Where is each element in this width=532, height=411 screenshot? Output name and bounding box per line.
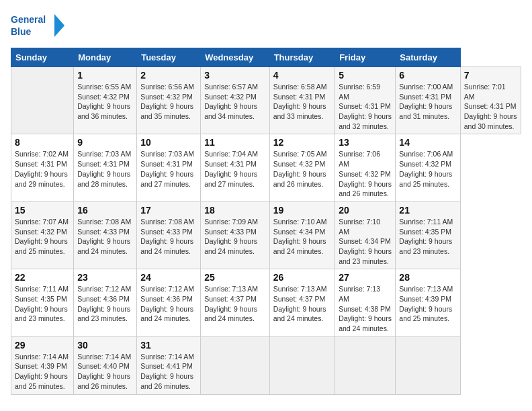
day-cell: 30Sunrise: 7:14 AMSunset: 4:40 PMDayligh… [74,336,137,394]
day-cell: 23Sunrise: 7:12 AMSunset: 4:36 PMDayligh… [74,269,137,336]
day-cell: 31Sunrise: 7:14 AMSunset: 4:41 PMDayligh… [137,336,201,394]
day-number: 14 [399,137,456,148]
day-info: Sunrise: 7:14 AMSunset: 4:40 PMDaylight:… [77,352,133,392]
day-info: Sunrise: 7:05 AMSunset: 4:32 PMDaylight:… [273,149,331,189]
week-row-2: 8Sunrise: 7:02 AMSunset: 4:31 PMDaylight… [11,134,521,201]
day-info: Sunrise: 7:10 AMSunset: 4:34 PMDaylight:… [339,217,392,266]
day-number: 22 [15,272,70,283]
day-number: 24 [140,272,197,283]
day-info: Sunrise: 7:08 AMSunset: 4:33 PMDaylight:… [140,217,197,257]
day-number: 25 [204,272,266,283]
day-cell [396,336,460,394]
day-info: Sunrise: 7:13 AMSunset: 4:38 PMDaylight:… [339,284,392,333]
day-info: Sunrise: 6:55 AMSunset: 4:32 PMDaylight:… [77,82,133,122]
day-info: Sunrise: 7:08 AMSunset: 4:33 PMDaylight:… [77,217,133,257]
day-info: Sunrise: 7:14 AMSunset: 4:41 PMDaylight:… [140,352,197,392]
day-info: Sunrise: 7:10 AMSunset: 4:34 PMDaylight:… [273,217,331,257]
day-info: Sunrise: 7:00 AMSunset: 4:31 PMDaylight:… [399,82,456,122]
calendar-body: 1Sunrise: 6:55 AMSunset: 4:32 PMDaylight… [11,67,521,395]
calendar-table: SundayMondayTuesdayWednesdayThursdayFrid… [11,48,521,395]
day-cell: 11Sunrise: 7:04 AMSunset: 4:31 PMDayligh… [201,134,270,201]
day-number: 11 [204,137,266,148]
logo: General Blue [11,11,64,41]
day-cell: 2Sunrise: 6:56 AMSunset: 4:32 PMDaylight… [137,67,201,134]
day-info: Sunrise: 7:12 AMSunset: 4:36 PMDaylight:… [77,284,133,324]
column-header-monday: Monday [74,48,137,67]
day-cell: 13Sunrise: 7:06 AMSunset: 4:32 PMDayligh… [335,134,396,201]
page-header: General Blue [11,11,521,41]
day-number: 26 [273,272,331,283]
day-number: 18 [204,205,266,216]
day-cell: 14Sunrise: 7:06 AMSunset: 4:32 PMDayligh… [396,134,460,201]
day-cell: 17Sunrise: 7:08 AMSunset: 4:33 PMDayligh… [137,201,201,269]
column-header-friday: Friday [335,48,396,67]
day-number: 12 [273,137,331,148]
week-row-5: 29Sunrise: 7:14 AMSunset: 4:39 PMDayligh… [11,336,521,394]
day-number: 2 [140,70,197,81]
day-cell: 22Sunrise: 7:11 AMSunset: 4:35 PMDayligh… [11,269,74,336]
day-number: 1 [77,70,133,81]
day-cell: 3Sunrise: 6:57 AMSunset: 4:32 PMDaylight… [201,67,270,134]
day-number: 16 [77,205,133,216]
day-number: 30 [77,340,133,351]
svg-text:General: General [11,14,46,25]
day-info: Sunrise: 7:02 AMSunset: 4:31 PMDaylight:… [15,149,70,189]
day-info: Sunrise: 7:03 AMSunset: 4:31 PMDaylight:… [140,149,197,189]
day-number: 29 [15,340,70,351]
column-header-sunday: Sunday [11,48,74,67]
day-cell: 16Sunrise: 7:08 AMSunset: 4:33 PMDayligh… [74,201,137,269]
day-number: 8 [15,137,70,148]
day-cell: 12Sunrise: 7:05 AMSunset: 4:32 PMDayligh… [269,134,335,201]
day-cell: 4Sunrise: 6:58 AMSunset: 4:31 PMDaylight… [269,67,335,134]
day-info: Sunrise: 7:04 AMSunset: 4:31 PMDaylight:… [204,149,266,189]
day-info: Sunrise: 6:58 AMSunset: 4:31 PMDaylight:… [273,82,331,122]
day-number: 28 [399,272,456,283]
day-number: 6 [399,70,456,81]
day-number: 7 [464,70,517,81]
day-info: Sunrise: 7:11 AMSunset: 4:35 PMDaylight:… [399,217,456,257]
svg-marker-2 [54,14,64,37]
day-cell: 19Sunrise: 7:10 AMSunset: 4:34 PMDayligh… [269,201,335,269]
day-info: Sunrise: 6:59 AMSunset: 4:31 PMDaylight:… [339,82,392,131]
day-cell: 9Sunrise: 7:03 AMSunset: 4:31 PMDaylight… [74,134,137,201]
day-info: Sunrise: 7:06 AMSunset: 4:32 PMDaylight:… [399,149,456,189]
day-info: Sunrise: 7:11 AMSunset: 4:35 PMDaylight:… [15,284,70,324]
day-info: Sunrise: 7:13 AMSunset: 4:37 PMDaylight:… [204,284,266,324]
day-cell: 25Sunrise: 7:13 AMSunset: 4:37 PMDayligh… [201,269,270,336]
day-cell: 1Sunrise: 6:55 AMSunset: 4:32 PMDaylight… [74,67,137,134]
day-cell: 8Sunrise: 7:02 AMSunset: 4:31 PMDaylight… [11,134,74,201]
day-cell [335,336,396,394]
day-number: 9 [77,137,133,148]
day-cell: 5Sunrise: 6:59 AMSunset: 4:31 PMDaylight… [335,67,396,134]
day-info: Sunrise: 7:13 AMSunset: 4:37 PMDaylight:… [273,284,331,324]
column-header-saturday: Saturday [396,48,460,67]
day-cell: 29Sunrise: 7:14 AMSunset: 4:39 PMDayligh… [11,336,74,394]
column-header-thursday: Thursday [269,48,335,67]
day-number: 13 [339,137,392,148]
header-row: SundayMondayTuesdayWednesdayThursdayFrid… [11,48,521,67]
empty-cell [11,67,74,134]
day-cell: 21Sunrise: 7:11 AMSunset: 4:35 PMDayligh… [396,201,460,269]
day-cell: 18Sunrise: 7:09 AMSunset: 4:33 PMDayligh… [201,201,270,269]
day-number: 3 [204,70,266,81]
svg-text:Blue: Blue [11,26,32,37]
column-header-wednesday: Wednesday [201,48,270,67]
day-cell: 27Sunrise: 7:13 AMSunset: 4:38 PMDayligh… [335,269,396,336]
day-info: Sunrise: 7:03 AMSunset: 4:31 PMDaylight:… [77,149,133,189]
day-cell: 24Sunrise: 7:12 AMSunset: 4:36 PMDayligh… [137,269,201,336]
day-info: Sunrise: 7:14 AMSunset: 4:39 PMDaylight:… [15,352,70,392]
day-info: Sunrise: 7:13 AMSunset: 4:39 PMDaylight:… [399,284,456,324]
day-cell: 20Sunrise: 7:10 AMSunset: 4:34 PMDayligh… [335,201,396,269]
day-cell: 28Sunrise: 7:13 AMSunset: 4:39 PMDayligh… [396,269,460,336]
day-cell [201,336,270,394]
day-info: Sunrise: 6:56 AMSunset: 4:32 PMDaylight:… [140,82,197,122]
day-cell: 7Sunrise: 7:01 AMSunset: 4:31 PMDaylight… [460,67,521,134]
day-info: Sunrise: 7:07 AMSunset: 4:32 PMDaylight:… [15,217,70,257]
day-cell [269,336,335,394]
day-number: 21 [399,205,456,216]
day-info: Sunrise: 6:57 AMSunset: 4:32 PMDaylight:… [204,82,266,122]
day-cell: 15Sunrise: 7:07 AMSunset: 4:32 PMDayligh… [11,201,74,269]
day-cell: 10Sunrise: 7:03 AMSunset: 4:31 PMDayligh… [137,134,201,201]
day-number: 10 [140,137,197,148]
day-number: 31 [140,340,197,351]
